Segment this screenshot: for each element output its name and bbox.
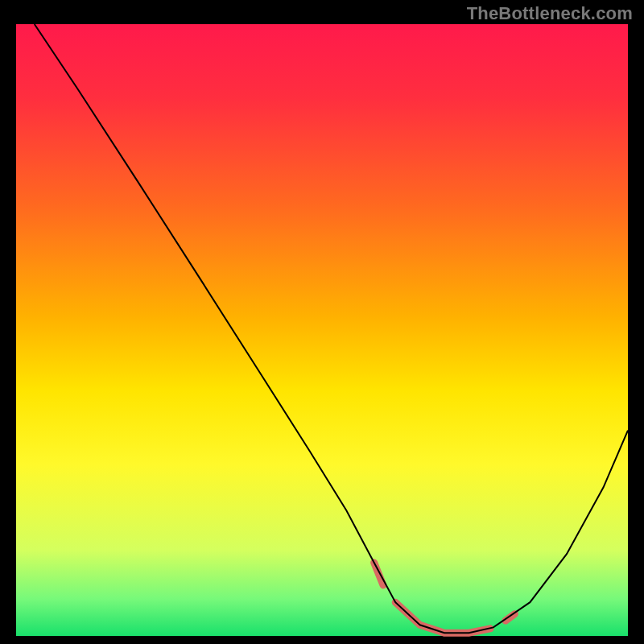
chart-root: TheBottleneck.com bbox=[0, 0, 644, 644]
chart-canvas bbox=[0, 0, 644, 644]
plot-background bbox=[16, 24, 628, 636]
